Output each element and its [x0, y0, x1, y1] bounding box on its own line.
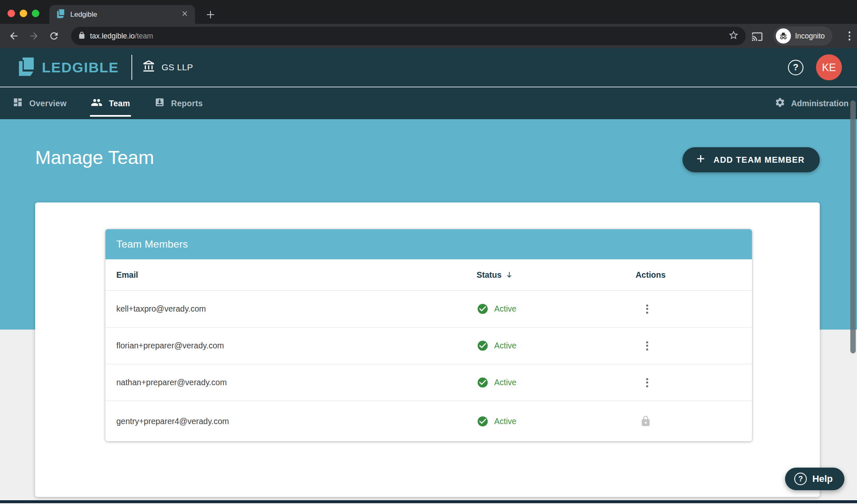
nav-label: Team: [109, 99, 130, 108]
forward-button[interactable]: [28, 31, 39, 41]
gear-icon: [775, 97, 785, 110]
back-button[interactable]: [8, 31, 19, 41]
team-people-icon: [91, 97, 103, 110]
brand-wordmark: LEDGIBLE: [42, 59, 119, 76]
add-team-member-label: ADD TEAM MEMBER: [713, 155, 805, 165]
help-question-icon: ?: [794, 473, 807, 485]
row-actions: [636, 301, 752, 317]
page-title: Manage Team: [35, 147, 154, 169]
organization-name[interactable]: GS LLP: [162, 62, 193, 72]
table-column-headers: Email Status Actions: [105, 259, 752, 290]
header-help-button[interactable]: ?: [788, 60, 803, 75]
scrollbar-thumb[interactable]: [850, 100, 856, 353]
user-avatar[interactable]: KE: [816, 54, 842, 80]
incognito-badge: Incognito: [773, 26, 832, 46]
row-email: kell+taxpro@verady.com: [105, 304, 477, 314]
help-button[interactable]: ? Help: [785, 468, 844, 490]
tab-strip: Ledgible: [0, 0, 857, 24]
help-button-label: Help: [812, 473, 833, 484]
nav-label: Administration: [791, 99, 849, 108]
status-label: Active: [494, 304, 516, 314]
table-header-bar: Team Members: [105, 229, 752, 259]
row-status: Active: [477, 340, 636, 352]
cast-icon[interactable]: [752, 31, 762, 42]
nav-item-administration[interactable]: Administration: [775, 97, 849, 110]
row-actions: [636, 415, 752, 427]
column-header-actions: Actions: [636, 270, 752, 280]
status-label: Active: [494, 341, 516, 350]
browser-window: Ledgible tax.ledgible.io/team: [0, 0, 857, 504]
browser-menu-icon[interactable]: [844, 30, 854, 42]
address-bar[interactable]: tax.ledgible.io/team: [71, 27, 746, 45]
row-status: Active: [477, 376, 636, 389]
content-card: Team Members Email Status Actions kell+t…: [35, 202, 820, 497]
row-menu-button[interactable]: [640, 301, 654, 317]
team-members-card: Team Members Email Status Actions kell+t…: [105, 229, 752, 441]
window-bottom-edge: [0, 500, 857, 503]
status-label: Active: [494, 378, 516, 387]
row-email: gentry+preparer4@verady.com: [105, 417, 477, 426]
row-email: nathan+preparer@verady.com: [105, 378, 477, 387]
close-window-button[interactable]: [8, 10, 15, 17]
row-actions: [636, 338, 752, 354]
table-row: gentry+preparer4@verady.com Active: [105, 401, 752, 441]
row-actions: [636, 374, 752, 391]
lock-icon: [640, 415, 652, 427]
page-content: Manage Team ADD TEAM MEMBER Team Members…: [0, 119, 857, 503]
tab-close-icon[interactable]: [181, 10, 188, 19]
table-row: kell+taxpro@verady.com Active: [105, 290, 752, 327]
bookmark-star-icon[interactable]: [728, 30, 739, 42]
active-check-icon: [477, 340, 489, 352]
active-check-icon: [477, 415, 489, 427]
tab-favicon-icon: [56, 8, 65, 20]
table-row: nathan+preparer@verady.com Active: [105, 364, 752, 401]
browser-toolbar: tax.ledgible.io/team Incognito: [0, 24, 857, 48]
nav-item-overview[interactable]: Overview: [13, 87, 67, 119]
row-email: florian+preparer@verady.com: [105, 341, 477, 350]
institution-icon: [142, 60, 156, 75]
sort-descending-icon: [505, 271, 513, 279]
column-header-status[interactable]: Status: [477, 270, 636, 280]
dashboard-icon: [13, 97, 23, 110]
status-label: Active: [494, 417, 516, 426]
table-title: Team Members: [116, 238, 188, 250]
active-check-icon: [477, 303, 489, 315]
table-row: florian+preparer@verady.com Active: [105, 327, 752, 364]
row-status: Active: [477, 303, 636, 315]
ledgible-logo-icon: [17, 56, 36, 79]
reload-button[interactable]: [49, 31, 59, 41]
plus-icon: [695, 153, 706, 166]
https-lock-icon: [78, 31, 86, 41]
reports-icon: [154, 97, 165, 110]
row-status: Active: [477, 415, 636, 427]
app-header: LEDGIBLE GS LLP ? KE: [0, 48, 857, 87]
nav-label: Overview: [29, 99, 67, 108]
incognito-label: Incognito: [795, 32, 825, 41]
nav-item-reports[interactable]: Reports: [154, 87, 203, 119]
minimize-window-button[interactable]: [20, 10, 27, 17]
app-nav: Overview Team Reports Administration: [0, 87, 857, 119]
incognito-icon: [776, 28, 791, 43]
table-rows: kell+taxpro@verady.com Active florian+pr…: [105, 290, 752, 441]
header-divider: [131, 55, 132, 80]
row-menu-button[interactable]: [640, 374, 654, 391]
url-host: tax.ledgible.io: [90, 32, 135, 41]
nav-label: Reports: [171, 99, 203, 108]
new-tab-button[interactable]: [203, 8, 218, 22]
row-menu-button[interactable]: [640, 338, 654, 354]
browser-tab[interactable]: Ledgible: [49, 5, 195, 24]
url-path: /team: [135, 32, 153, 41]
nav-item-team[interactable]: Team: [91, 87, 130, 119]
active-check-icon: [477, 376, 489, 389]
zoom-window-button[interactable]: [32, 10, 39, 17]
tab-title: Ledgible: [70, 10, 181, 19]
column-header-email[interactable]: Email: [105, 270, 477, 280]
add-team-member-button[interactable]: ADD TEAM MEMBER: [683, 147, 820, 172]
